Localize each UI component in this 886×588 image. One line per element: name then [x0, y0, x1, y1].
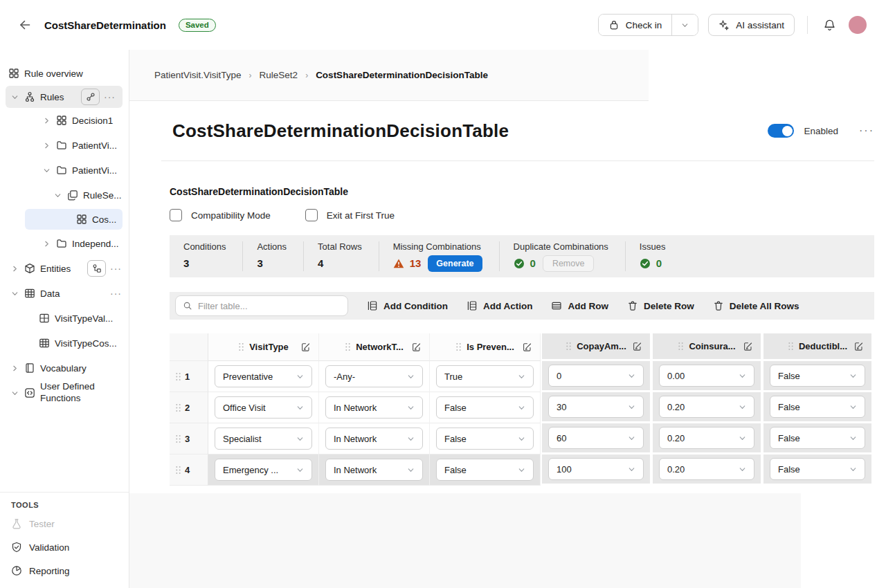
sidebar-item-decision1[interactable]: Decision1: [0, 108, 129, 133]
sidebar-item-reporting[interactable]: Reporting: [0, 559, 129, 582]
compatibility-mode-checkbox[interactable]: [170, 209, 182, 221]
deductible-dropdown[interactable]: False: [770, 427, 865, 449]
column-header-visittype[interactable]: VisitType: [208, 333, 319, 361]
chevron-down-icon[interactable]: [53, 191, 62, 200]
chevron-right-icon[interactable]: [10, 264, 19, 273]
visittype-dropdown[interactable]: Specialist: [215, 428, 312, 450]
chevron-down-icon[interactable]: [10, 93, 19, 102]
chevron-down-icon[interactable]: [10, 389, 19, 398]
column-header-copayamount[interactable]: CopayAm...: [541, 333, 651, 361]
drag-handle-icon[interactable]: [455, 342, 462, 351]
sidebar-item-tester[interactable]: Tester: [0, 512, 129, 535]
sidebar-item-visittypecos[interactable]: VisitTypeCos...: [0, 331, 129, 356]
column-header-coinsurance[interactable]: Coinsura...: [651, 333, 762, 361]
chevron-right-icon[interactable]: [42, 239, 51, 248]
drag-handle-icon[interactable]: [345, 342, 351, 351]
copayamount-dropdown[interactable]: 30: [548, 396, 644, 418]
edit-note-icon[interactable]: [300, 342, 311, 352]
coinsurance-dropdown[interactable]: 0.20: [659, 458, 754, 480]
deductible-dropdown[interactable]: False: [770, 458, 865, 480]
coinsurance-dropdown[interactable]: 0.20: [659, 396, 754, 418]
page-more-button[interactable]: ···: [859, 125, 874, 137]
chevron-right-icon[interactable]: [42, 141, 51, 150]
data-more-button[interactable]: ···: [110, 288, 122, 299]
ai-assistant-button[interactable]: AI assistant: [708, 14, 795, 36]
copayamount-dropdown[interactable]: 0: [548, 365, 644, 387]
sidebar-item-patientvisit-1[interactable]: PatientVi...: [0, 133, 129, 158]
rules-more-button[interactable]: ···: [104, 91, 116, 102]
entity-diagram-button[interactable]: [87, 260, 106, 277]
column-header-deductible[interactable]: Deductibl...: [762, 333, 873, 361]
breadcrumb-item[interactable]: PatientVisit.VisitType: [154, 70, 242, 80]
edit-note-icon[interactable]: [853, 341, 864, 351]
column-header-networktype[interactable]: NetworkT...: [319, 333, 430, 361]
drag-handle-icon[interactable]: [678, 342, 684, 351]
coinsurance-dropdown[interactable]: 0.00: [659, 365, 754, 387]
chevron-down-icon[interactable]: [10, 289, 19, 298]
coinsurance-dropdown[interactable]: 0.20: [659, 427, 754, 449]
networktype-dropdown[interactable]: In Network: [325, 428, 423, 450]
drag-handle-icon[interactable]: [175, 434, 181, 443]
visittype-dropdown[interactable]: Preventative: [215, 365, 312, 387]
sidebar-item-costshare-selected[interactable]: Cos...: [25, 209, 123, 230]
copayamount-dropdown[interactable]: 60: [548, 427, 644, 449]
breadcrumb-item[interactable]: RuleSet2: [260, 70, 298, 80]
edit-note-icon[interactable]: [632, 341, 642, 351]
drag-handle-icon[interactable]: [175, 403, 181, 412]
visittype-dropdown[interactable]: Office Visit: [215, 396, 312, 419]
delete-row-button[interactable]: Delete Row: [627, 300, 694, 311]
delete-all-rows-button[interactable]: Delete All Rows: [713, 300, 799, 311]
chevron-right-icon[interactable]: [10, 364, 19, 373]
column-header-ispreventative[interactable]: Is Preven...: [430, 333, 541, 361]
sidebar-item-visittypeval[interactable]: VisitTypeVal...: [0, 306, 129, 331]
filter-table-input[interactable]: [198, 301, 341, 311]
ispreventative-dropdown[interactable]: False: [436, 396, 534, 419]
sidebar-item-rule-overview[interactable]: Rule overview: [0, 61, 129, 86]
sidebar-item-patientvisit-2[interactable]: PatientVi...: [0, 158, 129, 183]
sidebar-item-independent[interactable]: Independ...: [0, 231, 129, 256]
enabled-toggle[interactable]: [768, 124, 794, 138]
entities-more-button[interactable]: ···: [110, 263, 122, 274]
chevron-down-icon[interactable]: [42, 166, 51, 175]
deductible-dropdown[interactable]: False: [770, 365, 865, 387]
edit-note-icon[interactable]: [743, 341, 753, 351]
notifications-button[interactable]: [820, 16, 839, 35]
link-rules-button[interactable]: [81, 89, 100, 105]
copayamount-dropdown[interactable]: 100: [548, 458, 644, 480]
chevron-right-icon[interactable]: [42, 116, 51, 125]
row-number-cell[interactable]: 1: [170, 361, 208, 392]
check-in-caret-button[interactable]: [672, 15, 698, 35]
networktype-dropdown[interactable]: In Network: [325, 459, 423, 481]
ispreventative-dropdown[interactable]: False: [436, 428, 534, 450]
sidebar-item-rules[interactable]: Rules ···: [6, 86, 123, 108]
networktype-dropdown[interactable]: In Network: [325, 396, 423, 419]
ispreventative-dropdown[interactable]: True: [436, 365, 534, 387]
sidebar-item-user-defined-functions[interactable]: User Defined Functions: [0, 380, 129, 405]
add-action-button[interactable]: Add Action: [467, 300, 533, 311]
drag-handle-icon[interactable]: [175, 372, 181, 381]
drag-handle-icon[interactable]: [566, 342, 572, 351]
sidebar-item-vocabulary[interactable]: Vocabulary: [0, 356, 129, 380]
row-number-cell[interactable]: 4: [170, 454, 208, 486]
drag-handle-icon[interactable]: [175, 466, 181, 475]
networktype-dropdown[interactable]: -Any-: [325, 365, 423, 387]
drag-handle-icon[interactable]: [788, 342, 794, 351]
ispreventative-dropdown[interactable]: False: [436, 459, 534, 481]
add-condition-button[interactable]: Add Condition: [367, 300, 448, 311]
remove-button[interactable]: Remove: [543, 255, 595, 272]
sidebar-item-validation[interactable]: Validation: [0, 535, 129, 559]
add-row-button[interactable]: Add Row: [551, 300, 608, 311]
row-number-cell[interactable]: 2: [170, 392, 208, 423]
drag-handle-icon[interactable]: [238, 342, 244, 351]
check-in-button[interactable]: Check in: [599, 15, 673, 35]
row-number-cell[interactable]: 3: [170, 423, 208, 454]
back-button[interactable]: [15, 15, 35, 35]
sidebar-item-ruleset2[interactable]: RuleSe...: [0, 183, 129, 208]
sidebar-item-data[interactable]: Data ···: [0, 281, 129, 306]
sidebar-item-entities[interactable]: Entities ···: [0, 256, 129, 281]
deductible-dropdown[interactable]: False: [770, 396, 865, 418]
user-avatar[interactable]: [849, 16, 867, 34]
visittype-dropdown[interactable]: Emergency ...: [215, 459, 312, 481]
generate-button[interactable]: Generate: [428, 255, 482, 272]
exit-first-true-checkbox[interactable]: [305, 209, 318, 221]
